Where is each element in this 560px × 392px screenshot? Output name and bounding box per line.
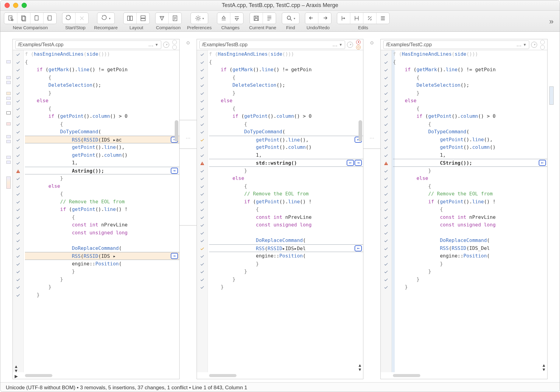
ellipsis-icon[interactable]: … — [515, 41, 523, 48]
marker-empty-icon[interactable] — [172, 45, 177, 50]
pane-a-path-field[interactable]: /Examples/TestA.cpp … ▼ — [15, 40, 161, 49]
svg-point-15 — [287, 16, 290, 19]
status-text: Unicode (UTF-8 without BOM) • 3 removals… — [6, 385, 247, 391]
svg-rect-18 — [202, 163, 202, 164]
edits-2-button[interactable] — [350, 13, 363, 24]
horizontal-scrollbar[interactable] — [393, 374, 420, 377]
recompare-button[interactable]: ▾ — [97, 13, 114, 24]
redo-button[interactable] — [318, 13, 331, 24]
merge-left-button[interactable]: ← — [347, 160, 354, 166]
horizontal-scrollbar[interactable] — [209, 374, 236, 377]
history-icon[interactable] — [163, 42, 169, 48]
toolbar-label: Preferences — [187, 25, 212, 30]
title-bar: TestA.cpp, TestB.cpp, TestC.cpp – Araxis… — [0, 0, 560, 11]
toolbar-label: Comparison — [156, 25, 181, 30]
new-3way-comparison-button[interactable] — [30, 13, 44, 24]
pane-c-path-text: /Examples/TestC.cpp — [386, 42, 432, 47]
scroll-down-icon[interactable]: ▼ — [14, 369, 18, 373]
scroll-up-icon[interactable]: ▲ — [14, 364, 18, 369]
toolbar-label: Edits — [358, 25, 368, 30]
prev-change-button[interactable] — [217, 13, 230, 24]
scroll-up-icon[interactable]: ▲ — [542, 363, 546, 367]
pane-c-editor[interactable]: f (HasEngineAndLines(side())){ if (getMa… — [381, 50, 547, 372]
chevron-down-icon[interactable]: ▼ — [155, 43, 159, 47]
preferences-button[interactable]: ▾ — [191, 13, 208, 24]
find-button[interactable]: ▾ — [282, 13, 299, 24]
history-icon[interactable] — [347, 42, 353, 48]
svg-rect-6 — [127, 16, 129, 21]
toolbar-label: Recompare — [94, 25, 118, 30]
svg-rect-19 — [202, 164, 202, 165]
window-title: TestA.cpp, TestB.cpp, TestC.cpp – Araxis… — [222, 2, 338, 9]
window-controls — [5, 3, 27, 8]
left-overview-strip[interactable] — [5, 39, 12, 379]
comparison-summary-button[interactable] — [156, 13, 169, 24]
minimize-window-icon[interactable] — [13, 3, 18, 8]
pane-b-path-field[interactable]: /Examples/TestB.cpp … ▼ — [199, 40, 345, 49]
play-icon[interactable]: ▶ — [15, 374, 18, 378]
toolbar: New Comparison Start/Stop ▾ Recompare La… — [0, 11, 560, 32]
svg-rect-5 — [48, 16, 51, 20]
svg-rect-13 — [255, 16, 257, 18]
marker-orange-icon[interactable] — [356, 45, 361, 50]
chevron-down-icon[interactable]: ▼ — [339, 43, 342, 47]
chevron-down-icon[interactable]: ▼ — [523, 43, 527, 47]
pane-b-gutter — [197, 50, 208, 372]
right-overview-strip[interactable] — [548, 39, 555, 379]
marker-empty-icon[interactable] — [172, 40, 177, 44]
pane-c-gutter — [381, 50, 392, 372]
edits-4-button[interactable] — [376, 13, 389, 24]
link-dot-icon[interactable] — [370, 41, 373, 44]
stop-button[interactable] — [75, 13, 88, 24]
history-icon[interactable] — [531, 42, 537, 48]
pane-a-path-text: /Examples/TestA.cpp — [18, 42, 63, 47]
pane-b-path-text: /Examples/TestB.cpp — [202, 42, 247, 47]
toolbar-group-new-comparison: New Comparison — [4, 12, 57, 30]
new-text-comparison-button[interactable] — [44, 13, 56, 24]
pane-a: /Examples/TestA.cpp … ▼ f (hasEngineAndL… — [12, 39, 180, 379]
pane-b-editor[interactable]: f (HasEngineAndLines(side())){ if (getMa… — [197, 50, 363, 372]
marker-red-icon[interactable] — [356, 40, 361, 44]
edits-1-button[interactable] — [337, 13, 350, 24]
new-file-comparison-button[interactable] — [4, 13, 17, 24]
pane-c: /Examples/TestC.cpp … ▼ f (HasEngineAndL… — [380, 39, 548, 379]
svg-point-1 — [12, 19, 13, 21]
toolbar-overflow-icon[interactable]: » — [549, 17, 556, 26]
scroll-down-icon[interactable]: ▼ — [542, 367, 546, 372]
svg-point-11 — [197, 17, 199, 19]
svg-rect-20 — [386, 163, 386, 164]
pane-a-editor[interactable]: f (hasEngineAndLines(side())){ if (getMa… — [13, 50, 179, 372]
next-change-button[interactable] — [230, 13, 243, 24]
ellipsis-icon[interactable]: … — [147, 41, 155, 48]
svg-rect-14 — [255, 19, 257, 20]
toolbar-label: Layout — [130, 25, 143, 30]
start-button[interactable] — [62, 13, 75, 24]
status-bar: Unicode (UTF-8 without BOM) • 3 removals… — [0, 382, 560, 392]
edits-3-button[interactable] — [363, 13, 376, 24]
marker-empty-icon[interactable] — [540, 40, 545, 44]
horizontal-scrollbar[interactable] — [25, 374, 52, 377]
toolbar-label: Find — [286, 25, 295, 30]
layout-horizontal-button[interactable] — [124, 13, 137, 24]
edit-button[interactable] — [263, 13, 276, 24]
svg-rect-21 — [386, 164, 386, 165]
save-button[interactable] — [250, 13, 263, 24]
ellipsis-icon: ⋯ — [186, 135, 191, 141]
link-dot-icon[interactable] — [187, 41, 190, 44]
comparison-report-button[interactable] — [169, 13, 181, 24]
undo-button[interactable] — [305, 13, 318, 24]
pane-c-path-field[interactable]: /Examples/TestC.cpp … ▼ — [383, 40, 529, 49]
toolbar-label: Start/Stop — [65, 25, 86, 30]
svg-rect-9 — [141, 19, 145, 21]
toolbar-label: Undo/Redo — [306, 25, 330, 30]
workspace: /Examples/TestA.cpp … ▼ f (hasEngineAndL… — [0, 32, 560, 382]
ellipsis-icon[interactable]: … — [331, 41, 339, 48]
toolbar-label: New Comparison — [13, 25, 48, 30]
link-strip-bc: ⋯ — [363, 39, 380, 379]
new-folder-comparison-button[interactable] — [17, 13, 30, 24]
zoom-window-icon[interactable] — [22, 3, 27, 8]
close-window-icon[interactable] — [5, 3, 10, 8]
layout-vertical-button[interactable] — [137, 13, 149, 24]
marker-empty-icon[interactable] — [540, 45, 545, 50]
ellipsis-icon: ⋯ — [369, 135, 374, 141]
